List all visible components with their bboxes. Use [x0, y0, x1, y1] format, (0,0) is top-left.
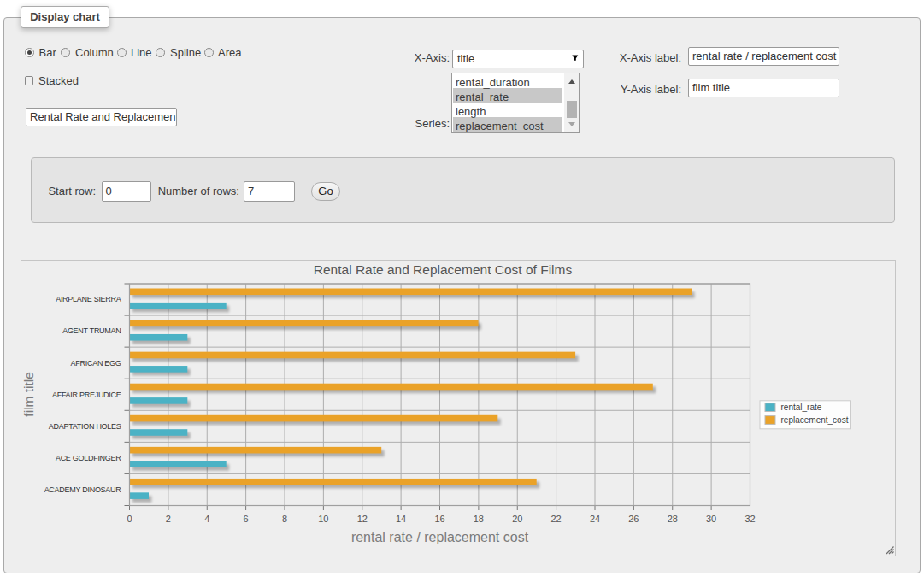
svg-text:26: 26 [628, 514, 639, 524]
svg-text:30: 30 [706, 514, 716, 524]
svg-text:16: 16 [434, 514, 444, 524]
svg-text:AFRICAN EGG: AFRICAN EGG [71, 359, 121, 367]
svg-text:rental rate / replacement cost: rental rate / replacement cost [351, 530, 529, 544]
svg-text:32: 32 [744, 514, 755, 524]
svg-text:12: 12 [357, 514, 368, 524]
svg-text:22: 22 [550, 514, 561, 524]
svg-text:14: 14 [396, 514, 406, 524]
svg-text:rental_rate: rental_rate [781, 403, 822, 412]
svg-text:10: 10 [318, 514, 328, 524]
svg-text:0: 0 [127, 514, 132, 524]
svg-text:AGENT TRUMAN: AGENT TRUMAN [62, 326, 121, 335]
svg-text:8: 8 [282, 514, 287, 524]
svg-text:24: 24 [590, 514, 600, 524]
svg-text:AIRPLANE SIERRA: AIRPLANE SIERRA [56, 295, 121, 303]
svg-text:2: 2 [166, 514, 171, 524]
svg-text:4: 4 [204, 514, 209, 524]
svg-text:film title: film title [21, 372, 36, 417]
svg-text:AFFAIR PREJUDICE: AFFAIR PREJUDICE [52, 391, 121, 399]
svg-text:18: 18 [474, 514, 484, 524]
svg-text:replacement_cost: replacement_cost [781, 415, 849, 425]
svg-text:ACE GOLDFINGER: ACE GOLDFINGER [56, 454, 121, 462]
svg-text:ADAPTATION HOLES: ADAPTATION HOLES [49, 422, 121, 431]
svg-text:6: 6 [244, 514, 249, 524]
svg-text:Rental Rate and Replacement Co: Rental Rate and Replacement Cost of Film… [314, 262, 573, 277]
svg-text:28: 28 [668, 514, 678, 524]
svg-text:20: 20 [512, 514, 522, 524]
svg-text:ACADEMY DINOSAUR: ACADEMY DINOSAUR [44, 485, 122, 494]
